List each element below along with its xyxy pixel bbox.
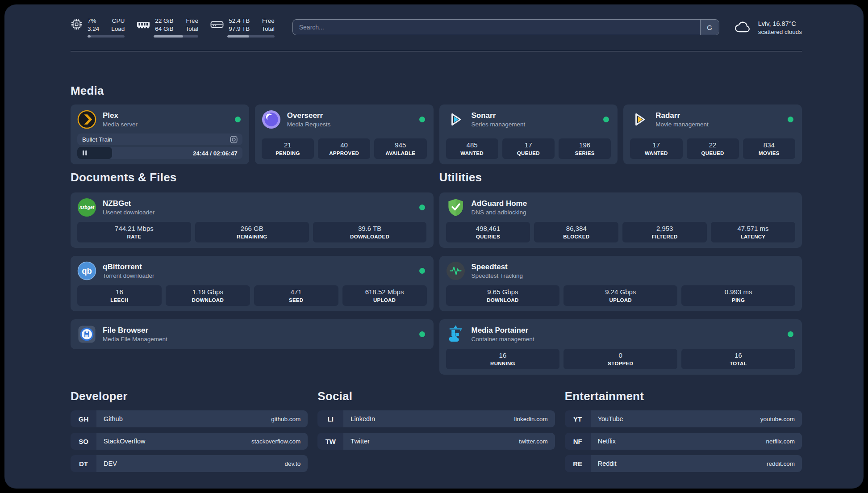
- svg-text:qb: qb: [82, 266, 92, 276]
- status-dot: [419, 331, 425, 337]
- stat-wanted: 485 WANTED: [446, 138, 498, 159]
- stat-wanted: 17 WANTED: [630, 138, 682, 159]
- stat-movies: 834 MOVIES: [743, 138, 795, 159]
- app-title: qBittorrent: [103, 263, 413, 272]
- memory-values: 22 GiB 64 GiB: [155, 17, 173, 33]
- memory-stat: 22 GiB 64 GiB Free Total: [137, 17, 198, 38]
- overseerr-icon: [262, 110, 281, 129]
- stat-queued: 17 QUEUED: [502, 138, 555, 159]
- nzbget-card[interactable]: nzbget NZBGet Usenet downloader 744.21 M…: [71, 192, 434, 248]
- link-url: dev.to: [285, 460, 301, 467]
- utilities-column: Utilities AdGuard Home DNS and adblockin…: [439, 171, 802, 375]
- weather-location: Lviv, 16.87°C: [758, 19, 802, 28]
- status-dot: [603, 117, 609, 122]
- adguard-card[interactable]: AdGuard Home DNS and adblocking 498,461 …: [439, 192, 802, 248]
- qbittorrent-icon: qb: [77, 261, 96, 280]
- link-url: stackoverflow.com: [251, 438, 300, 445]
- session-icon: [230, 136, 238, 143]
- nzbget-icon: nzbget: [77, 198, 96, 217]
- link-tag: NF: [565, 433, 591, 450]
- link-url: youtube.com: [760, 416, 795, 422]
- link-youtube[interactable]: YT YouTube youtube.com: [565, 410, 802, 427]
- link-tag: TW: [317, 433, 343, 450]
- media-cards-row: Plex Media server Bullet Train: [71, 104, 802, 164]
- pause-button[interactable]: [82, 150, 88, 156]
- weather-text: Lviv, 16.87°C scattered clouds: [758, 19, 802, 35]
- playback-time: 24:44 / 02:06:47: [193, 150, 238, 156]
- plex-card[interactable]: Plex Media server Bullet Train: [71, 104, 249, 164]
- radarr-icon: [630, 110, 649, 129]
- app-subtitle: Speedtest Tracking: [472, 272, 796, 279]
- cpu-progress-bar: [88, 35, 125, 38]
- system-stats: 7% 3.24 CPU Load 22 GiB: [71, 17, 275, 38]
- social-section-title: Social: [317, 389, 555, 403]
- stat-latency: 47.571 ms LATENCY: [711, 222, 795, 242]
- link-dev[interactable]: DT DEV dev.to: [71, 455, 308, 472]
- radarr-card[interactable]: Radarr Movie management 17 WANTED 22 QUE…: [623, 104, 802, 164]
- speedtest-card[interactable]: Speedtest Speedtest Tracking 9.65 Gbps D…: [439, 256, 802, 311]
- stat-upload: 9.24 Gbps UPLOAD: [563, 285, 677, 306]
- app-subtitle: Media server: [103, 121, 229, 128]
- app-title: Media Portainer: [472, 326, 782, 335]
- app-subtitle: Movie management: [655, 121, 781, 128]
- filebrowser-card[interactable]: File Browser Media File Management: [71, 319, 434, 349]
- stat-remaining: 266 GB REMAINING: [195, 222, 309, 242]
- disk-stat: 52.4 TB 97.9 TB Free Total: [210, 17, 275, 38]
- link-tag: SO: [71, 433, 96, 450]
- app-title: Radarr: [655, 111, 781, 120]
- search-input[interactable]: [293, 20, 700, 35]
- link-tag: DT: [71, 455, 96, 472]
- link-name: YouTube: [598, 415, 623, 422]
- disk-labels: Free Total: [262, 17, 275, 33]
- media-section-title: Media: [71, 84, 104, 98]
- stat-seed: 471 SEED: [254, 285, 338, 306]
- link-linkedin[interactable]: LI LinkedIn linkedin.com: [317, 410, 555, 427]
- app-subtitle: Series management: [472, 121, 597, 128]
- sonarr-card[interactable]: Sonarr Series management 485 WANTED 17 Q…: [439, 104, 618, 164]
- top-bar: 7% 3.24 CPU Load 22 GiB: [71, 14, 802, 40]
- svg-text:nzbget: nzbget: [79, 205, 95, 210]
- link-stackoverflow[interactable]: SO StackOverflow stackoverflow.com: [71, 433, 308, 450]
- qbittorrent-card[interactable]: qb qBittorrent Torrent downloader 16 LEE…: [71, 256, 434, 311]
- link-name: Github: [104, 415, 123, 422]
- now-playing-title: Bullet Train: [82, 136, 113, 143]
- app-title: Plex: [103, 111, 229, 120]
- header-divider: [71, 51, 802, 51]
- link-twitter[interactable]: TW Twitter twitter.com: [317, 433, 555, 450]
- playback-progress-bar: 24:44 / 02:06:47: [77, 147, 242, 159]
- cpu-labels: CPU Load: [111, 17, 125, 33]
- link-github[interactable]: GH Github github.com: [71, 410, 308, 427]
- app-subtitle: Usenet downloader: [103, 209, 413, 216]
- disk-icon: [210, 20, 224, 29]
- stat-download: 9.65 Gbps DOWNLOAD: [446, 285, 560, 306]
- stat-queries: 498,461 QUERIES: [446, 222, 530, 242]
- stat-filtered: 2,953 FILTERED: [622, 222, 707, 242]
- documents-column: Documents & Files nzbget NZBGet Usenet d…: [71, 171, 434, 349]
- overseerr-card[interactable]: Overseerr Media Requests 21 PENDING 40 A…: [255, 104, 434, 164]
- link-name: DEV: [104, 460, 117, 467]
- stat-downloaded: 39.6 TB DOWNLOADED: [313, 222, 427, 242]
- status-dot: [788, 331, 793, 337]
- disk-values: 52.4 TB 97.9 TB: [229, 17, 250, 33]
- developer-section: Developer GH Github github.com SO StackO…: [71, 389, 308, 477]
- app-title: AdGuard Home: [472, 199, 796, 208]
- link-name: Netflix: [598, 438, 616, 445]
- plex-icon: [77, 110, 96, 129]
- entertainment-section-title: Entertainment: [565, 389, 802, 403]
- link-tag: LI: [317, 410, 343, 427]
- plex-now-playing: Bullet Train: [77, 129, 242, 159]
- memory-progress-bar: [154, 35, 198, 38]
- status-dot: [419, 205, 425, 210]
- link-netflix[interactable]: NF Netflix netflix.com: [565, 433, 802, 450]
- portainer-card[interactable]: Media Portainer Container management 16 …: [439, 319, 802, 375]
- dashboard-page: 7% 3.24 CPU Load 22 GiB: [4, 4, 864, 489]
- stat-total: 16 TOTAL: [681, 349, 795, 369]
- app-subtitle: Torrent downloader: [103, 272, 413, 279]
- social-section: Social LI LinkedIn linkedin.com TW Twitt…: [317, 389, 555, 455]
- link-reddit[interactable]: RE Reddit reddit.com: [565, 455, 802, 472]
- search-provider-button[interactable]: G: [700, 20, 719, 35]
- app-subtitle: Media Requests: [287, 121, 413, 128]
- link-url: linkedin.com: [514, 416, 548, 422]
- disk-progress-bar: [227, 35, 275, 38]
- app-title: NZBGet: [103, 199, 413, 208]
